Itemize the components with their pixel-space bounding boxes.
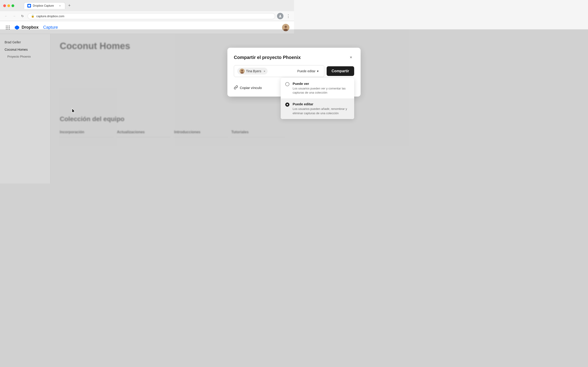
address-bar[interactable]: 🔒 capture.dropbox.com bbox=[27, 13, 275, 19]
traffic-light-green[interactable] bbox=[11, 4, 14, 7]
svg-point-17 bbox=[285, 26, 287, 28]
new-tab-button[interactable]: + bbox=[66, 2, 73, 9]
forward-button[interactable]: → bbox=[11, 13, 17, 19]
option-view-desc: Los usuarios pueden ver y comentar las c… bbox=[293, 86, 294, 95]
traffic-lights bbox=[3, 4, 14, 7]
browser-tabs: Dropbox Capture × + bbox=[21, 2, 76, 9]
logo-capture-text: Capture bbox=[43, 25, 58, 30]
permission-option-edit[interactable]: Puede editar Los usuarios pueden añadir,… bbox=[281, 98, 294, 119]
svg-point-3 bbox=[279, 15, 281, 16]
share-input-row: Tina Byers × Puede editar ▾ Compartir bbox=[234, 65, 294, 77]
chip-remove-button[interactable]: × bbox=[263, 69, 265, 73]
option-edit-label: Puede editar bbox=[293, 102, 294, 106]
option-edit-text: Puede editar Los usuarios pueden añadir,… bbox=[293, 102, 294, 115]
refresh-button[interactable]: ↻ bbox=[19, 13, 26, 19]
logo-dropbox-text: Dropbox bbox=[22, 25, 39, 30]
radio-view bbox=[285, 82, 289, 86]
svg-rect-7 bbox=[6, 27, 7, 28]
radio-edit bbox=[285, 102, 289, 107]
browser-nav: ← → ↻ 🔒 capture.dropbox.com ⋮ bbox=[0, 11, 294, 21]
option-edit-desc: Los usuarios pueden añadir, renombrar y … bbox=[293, 107, 294, 115]
option-view-label: Puede ver bbox=[293, 82, 294, 85]
back-button[interactable]: ← bbox=[3, 13, 9, 19]
copy-link-icon bbox=[234, 85, 238, 90]
url-text: capture.dropbox.com bbox=[36, 15, 64, 18]
option-view-text: Puede ver Los usuarios pueden ver y come… bbox=[293, 82, 294, 95]
traffic-light-red[interactable] bbox=[3, 4, 6, 7]
svg-point-20 bbox=[241, 70, 243, 72]
permission-option-view[interactable]: Puede ver Los usuarios pueden ver y come… bbox=[281, 78, 294, 98]
permission-options-dropdown: Puede ver Los usuarios pueden ver y come… bbox=[281, 78, 294, 119]
user-chip: Tina Byers × bbox=[237, 68, 268, 75]
chip-name: Tina Byers bbox=[246, 69, 261, 73]
copy-link-label: Copiar vínculo bbox=[240, 86, 262, 90]
svg-rect-9 bbox=[9, 27, 10, 28]
chip-avatar bbox=[240, 69, 245, 74]
modal-overlay: Compartir el proyecto Phoenix × bbox=[0, 29, 294, 184]
tab-close-button[interactable]: × bbox=[58, 4, 62, 8]
dropbox-tab-icon bbox=[27, 4, 31, 8]
browser-menu-button[interactable]: ⋮ bbox=[285, 13, 291, 19]
share-modal: Compartir el proyecto Phoenix × bbox=[227, 48, 294, 97]
share-input-field[interactable]: Tina Byers × Puede editar ▾ bbox=[234, 65, 294, 77]
browser-tab-active[interactable]: Dropbox Capture × bbox=[24, 2, 65, 9]
lock-icon: 🔒 bbox=[31, 15, 35, 18]
share-input-container: Tina Byers × Puede editar ▾ Compartir bbox=[234, 65, 294, 77]
modal-header: Compartir el proyecto Phoenix × bbox=[234, 54, 294, 60]
modal-title: Compartir el proyecto Phoenix bbox=[234, 55, 294, 60]
svg-rect-8 bbox=[7, 27, 8, 28]
svg-rect-4 bbox=[6, 25, 7, 26]
copy-link-button[interactable]: Copiar vínculo bbox=[234, 85, 262, 90]
browser-chrome: Dropbox Capture × + ← → ↻ 🔒 capture.drop… bbox=[0, 0, 294, 21]
svg-rect-6 bbox=[9, 25, 10, 26]
traffic-light-yellow[interactable] bbox=[7, 4, 10, 7]
tab-label: Dropbox Capture bbox=[33, 4, 54, 7]
browser-titlebar: Dropbox Capture × + bbox=[0, 0, 294, 11]
svg-rect-5 bbox=[7, 25, 8, 26]
profile-button[interactable] bbox=[277, 13, 284, 19]
